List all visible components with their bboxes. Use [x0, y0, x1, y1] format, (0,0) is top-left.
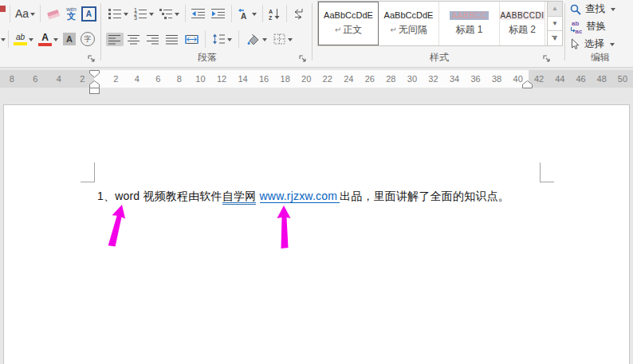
ruler-text-area: 246810121416182022242628303234363840	[94, 70, 529, 88]
margin-crop-mark-left	[81, 162, 95, 182]
search-icon	[570, 4, 581, 15]
ruler-right-margin: 4244464850	[529, 70, 633, 88]
word-window: Aa wén 文	[0, 0, 633, 364]
style-preview: AaBbCcDdE	[324, 10, 373, 20]
chevron-down-icon	[611, 8, 615, 14]
text-highlight-button[interactable]: ab	[11, 32, 36, 47]
style-preview: AABBCCDI	[500, 11, 544, 20]
highlight-icon: ab	[14, 33, 27, 45]
svg-text:A: A	[241, 12, 246, 20]
svg-text:A: A	[269, 9, 273, 14]
change-case-button[interactable]: Aa	[13, 6, 37, 22]
linked-style-icon: ↵	[390, 25, 396, 34]
style-preview: AABBCC	[450, 11, 488, 20]
line-spacing-icon	[212, 33, 226, 45]
distribute-button[interactable]	[183, 33, 201, 46]
paragraph-dialog-launcher[interactable]	[298, 54, 307, 63]
style-no-spacing[interactable]: AaBbCcDdE ↵无间隔	[379, 2, 439, 45]
chevron-down-icon	[149, 13, 154, 18]
chevron-down-icon	[30, 13, 35, 18]
style-name: 标题 2	[509, 23, 536, 37]
enclose-characters-icon: 字	[81, 32, 95, 46]
align-left-button[interactable]	[106, 33, 124, 46]
clear-formatting-button[interactable]	[43, 6, 64, 22]
shading-button[interactable]	[243, 32, 269, 47]
find-label: 查找	[585, 2, 605, 16]
chevron-down-icon	[227, 38, 232, 44]
enclose-characters-button[interactable]: 字	[78, 30, 97, 48]
cutoff-chevron-icon[interactable]	[1, 38, 6, 44]
increase-indent-button[interactable]	[209, 6, 228, 21]
chevron-down-icon	[262, 38, 267, 44]
chevron-down-icon	[29, 38, 33, 44]
show-marks-button[interactable]	[290, 6, 306, 22]
chevron-down-icon	[175, 13, 179, 18]
document-page[interactable]: 1、word 视频教程由软件自学网 www.rjzxw.com出品，里面讲解了全…	[3, 104, 630, 364]
first-line-indent-marker[interactable]	[89, 70, 100, 78]
editing-group: 查找 ab ac 替换 选择 编辑	[568, 0, 633, 67]
eraser-icon	[45, 8, 61, 20]
gallery-scroll-up-button[interactable]: ▲	[548, 2, 562, 17]
ribbon: Aa wén 文	[0, 0, 633, 68]
document-text-line[interactable]: 1、word 视频教程由软件自学网 www.rjzxw.com出品，里面讲解了全…	[97, 190, 509, 204]
svg-text:ac: ac	[576, 28, 583, 34]
paragraph-group-label: 段落	[104, 51, 311, 65]
phonetic-guide-button[interactable]: wén 文	[64, 5, 79, 22]
borders-button[interactable]	[271, 32, 295, 46]
style-preview: AaBbCcDdE	[384, 10, 434, 20]
sort-button[interactable]: A Z	[266, 6, 283, 22]
style-normal[interactable]: AaBbCcDdE ↵正文	[318, 2, 379, 45]
font-dialog-launcher[interactable]	[87, 54, 96, 63]
paint-bucket-icon	[246, 33, 261, 45]
left-indent-marker[interactable]	[89, 88, 100, 94]
align-center-icon	[128, 34, 140, 45]
chevron-down-icon	[288, 38, 293, 44]
linked-style-icon: ↵	[335, 25, 341, 34]
text-suffix: 出品，里面讲解了全面的知识点。	[340, 190, 509, 202]
right-indent-marker[interactable]	[522, 80, 533, 88]
styles-group-label: 样式	[315, 51, 564, 65]
decrease-indent-button[interactable]	[189, 6, 208, 21]
font-color-button[interactable]: A	[36, 31, 61, 48]
align-right-icon	[147, 34, 159, 45]
character-shading-button[interactable]: A	[61, 31, 78, 47]
change-case-label: Aa	[15, 7, 29, 20]
line-spacing-button[interactable]	[210, 32, 234, 46]
multilevel-list-button[interactable]	[157, 6, 182, 21]
chevron-down-icon	[53, 38, 58, 44]
find-button[interactable]: 查找	[568, 1, 633, 18]
replace-button[interactable]: ab ac 替换	[568, 18, 633, 35]
arrow-pointing-word	[104, 203, 128, 249]
ruler-left-margin: 8642	[0, 70, 94, 88]
document-area: 1、word 视频教程由软件自学网 www.rjzxw.com出品，里面讲解了全…	[0, 104, 633, 364]
numbering-button[interactable]: 1 2 3	[132, 6, 156, 22]
character-border-button[interactable]: A	[79, 5, 99, 23]
align-center-button[interactable]	[125, 33, 143, 46]
paragraph-group: 1 2 3	[104, 0, 311, 67]
justify-icon	[166, 34, 179, 45]
gallery-scroll-down-button[interactable]: ▼	[548, 17, 562, 32]
hyperlink[interactable]: www.rjzxw.com	[260, 190, 340, 203]
justify-button[interactable]	[163, 33, 181, 46]
select-label: 选择	[584, 37, 604, 51]
annotation-arrows	[4, 105, 631, 364]
select-button[interactable]: 选择	[568, 36, 633, 53]
style-heading2[interactable]: AABBCCDI 标题 2	[500, 2, 545, 45]
style-heading1[interactable]: AABBCC 标题 1	[439, 2, 500, 45]
chevron-down-icon	[252, 13, 257, 18]
svg-text:ab: ab	[572, 20, 579, 27]
margin-crop-mark-right	[540, 162, 554, 182]
editing-group-label: 编辑	[568, 51, 633, 65]
asian-layout-button[interactable]: A	[235, 6, 259, 22]
multilevel-list-icon	[159, 8, 173, 19]
styles-dialog-launcher[interactable]	[542, 54, 551, 63]
phonetic-guide-icon: wén 文	[66, 6, 77, 21]
bullets-button[interactable]	[106, 6, 131, 21]
arrow-pointing-link	[277, 205, 291, 249]
align-right-button[interactable]	[144, 33, 162, 46]
decrease-indent-icon	[191, 8, 206, 19]
gallery-more-button[interactable]: ▼	[548, 31, 562, 45]
font-group: Aa wén 文	[0, 0, 100, 67]
style-gallery-scrollbar: ▲ ▼ ▼	[547, 2, 562, 45]
bullets-icon	[108, 8, 122, 19]
